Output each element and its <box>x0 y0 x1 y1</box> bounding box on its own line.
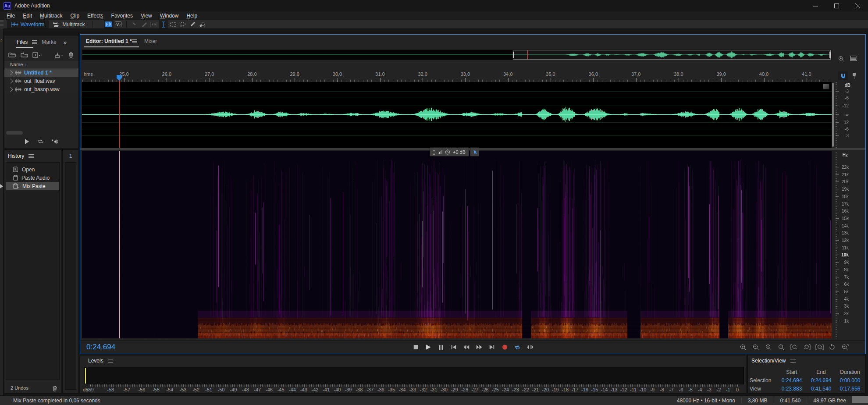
zoom-to-in-point-button[interactable] <box>788 343 800 352</box>
paintbrush-tool[interactable] <box>188 20 197 28</box>
rewind-button[interactable] <box>461 342 472 352</box>
minimize-button[interactable] <box>805 0 826 11</box>
level-scale-label: -38 <box>356 387 363 392</box>
hud-grip-icon[interactable] <box>433 149 435 155</box>
go-to-end-button[interactable] <box>487 342 497 352</box>
snap-toggle-button[interactable] <box>838 71 848 80</box>
menu-view[interactable]: View <box>137 12 156 19</box>
frequency-scale[interactable]: Hz 22k21k20k19k18k17k16k15k14k13k12k11k1… <box>836 151 864 338</box>
tab-mixer[interactable]: Mixer <box>144 38 157 44</box>
zoom-amplitude-out-button[interactable] <box>776 343 787 352</box>
loop-preview-button[interactable] <box>37 139 44 144</box>
hud-pin-button[interactable] <box>470 147 479 156</box>
menu-multitrack[interactable]: Multitrack <box>36 12 66 19</box>
menu-edit[interactable]: Edit <box>19 12 36 19</box>
tab-markers[interactable]: Marke <box>42 39 56 45</box>
history-item[interactable]: Mix Paste <box>6 182 59 190</box>
multitrack-view-button[interactable]: Multitrack <box>49 20 89 28</box>
trash-button[interactable] <box>66 51 76 59</box>
zoom-full-icon[interactable] <box>838 56 845 62</box>
zoom-to-out-point-button[interactable] <box>801 343 812 352</box>
view-end[interactable]: 0:41.540 <box>807 386 836 392</box>
history-trash-button[interactable] <box>52 386 57 391</box>
import-file-button[interactable] <box>19 51 29 59</box>
files-name-column-header[interactable]: Name↓ <box>4 61 78 68</box>
zoom-reset-button[interactable] <box>826 343 838 352</box>
view-duration[interactable]: 0:17.656 <box>836 386 864 392</box>
hud-gain-control[interactable]: +0 dB <box>430 147 469 156</box>
file-row[interactable]: Untitled 1 * <box>4 68 78 77</box>
history-panel-menu-icon[interactable] <box>28 154 34 158</box>
files-hscrollbar[interactable] <box>6 131 23 135</box>
zoom-out-button[interactable] <box>750 343 761 352</box>
level-scale-label: -57 <box>123 387 130 392</box>
spectrogram-display[interactable] <box>82 151 832 338</box>
resize-grip[interactable] <box>852 396 868 403</box>
marker-pin-icon[interactable] <box>852 73 856 79</box>
frequency-scale-label: 16k <box>842 209 849 213</box>
menu-window[interactable]: Window <box>156 12 183 19</box>
maximize-button[interactable] <box>826 0 847 11</box>
selection-start[interactable]: 0:24.694 <box>777 377 807 384</box>
overview-navigation-bar[interactable] <box>82 50 832 60</box>
open-file-button[interactable] <box>7 51 17 59</box>
editor-list-menu-icon[interactable] <box>850 56 857 61</box>
menu-clip[interactable]: Clip <box>66 12 83 19</box>
files-panel-menu-icon[interactable] <box>32 40 37 44</box>
time-display[interactable]: 0:24.694 <box>86 343 115 352</box>
zoom-to-selection-button[interactable] <box>814 343 825 352</box>
history-item-label: Open <box>22 167 35 173</box>
save-file-button[interactable] <box>54 51 64 59</box>
marquee-selection-tool[interactable] <box>168 20 178 28</box>
play-button[interactable] <box>423 342 434 352</box>
pause-button[interactable] <box>436 342 446 352</box>
menu-effects[interactable]: Effects <box>83 12 107 19</box>
lasso-selection-tool[interactable] <box>178 20 188 28</box>
display-settings-widget[interactable] <box>823 84 829 89</box>
file-row[interactable]: out_basop.wav <box>4 85 78 93</box>
menu-favorites[interactable]: Favorites <box>107 12 137 19</box>
waveform-file-icon <box>15 79 21 83</box>
time-selection-tool[interactable] <box>159 20 168 28</box>
stop-button[interactable] <box>410 342 421 352</box>
timeline-ruler[interactable]: hms 25,026,027,028,029,030,031,032,033,0… <box>82 62 832 82</box>
tab-files[interactable]: Files <box>17 39 28 45</box>
fast-forward-button[interactable] <box>474 342 484 352</box>
files-tabs-overflow[interactable]: » <box>64 39 66 46</box>
skip-selection-button[interactable] <box>525 342 535 352</box>
expand-icon <box>8 70 13 75</box>
close-button[interactable] <box>847 0 868 11</box>
record-button[interactable] <box>499 342 510 352</box>
auto-play-button[interactable] <box>52 139 59 144</box>
waveform-vscrollbar[interactable] <box>832 83 834 147</box>
history-item[interactable]: Open <box>6 165 59 174</box>
waveform-view-button[interactable]: Waveform <box>7 20 49 28</box>
selection-duration[interactable]: 0:00.000 <box>836 377 864 384</box>
ruler-time-label: 38,0 <box>674 71 683 77</box>
menu-help[interactable]: Help <box>182 12 201 19</box>
toolbar-grip[interactable] <box>0 20 4 28</box>
spot-healing-brush-tool[interactable] <box>197 20 207 28</box>
waveform-display-toggle[interactable] <box>114 20 123 28</box>
amplitude-scale[interactable]: dB -3-6-12-∞-12-6-3 <box>836 82 864 148</box>
editor-panel-menu-icon[interactable] <box>132 39 137 43</box>
levels-panel-menu-icon[interactable] <box>108 359 113 362</box>
level-scale-label: -15 <box>591 387 598 392</box>
new-file-button[interactable] <box>32 51 41 59</box>
spectral-display-toggle[interactable] <box>104 20 114 28</box>
tab-editor[interactable]: Editor: Untitled 1 * <box>86 38 132 44</box>
go-to-start-button[interactable] <box>448 342 459 352</box>
view-start[interactable]: 0:23.883 <box>777 386 807 392</box>
waveform-display[interactable] <box>82 82 832 148</box>
zoom-in-button[interactable] <box>737 343 749 352</box>
zoom-out-full-button[interactable] <box>839 343 850 352</box>
preview-play-button[interactable] <box>25 139 29 144</box>
menu-file[interactable]: File <box>3 12 19 19</box>
file-row[interactable]: out_float.wav <box>4 77 78 85</box>
history-item[interactable]: Paste Audio <box>6 174 59 182</box>
mini-panel-label[interactable]: 1 <box>63 150 78 162</box>
zoom-amplitude-in-button[interactable] <box>763 343 774 352</box>
loop-playback-button[interactable] <box>512 342 523 352</box>
selection-end[interactable]: 0:24.694 <box>807 377 836 384</box>
selection-view-menu-icon[interactable] <box>790 359 796 362</box>
